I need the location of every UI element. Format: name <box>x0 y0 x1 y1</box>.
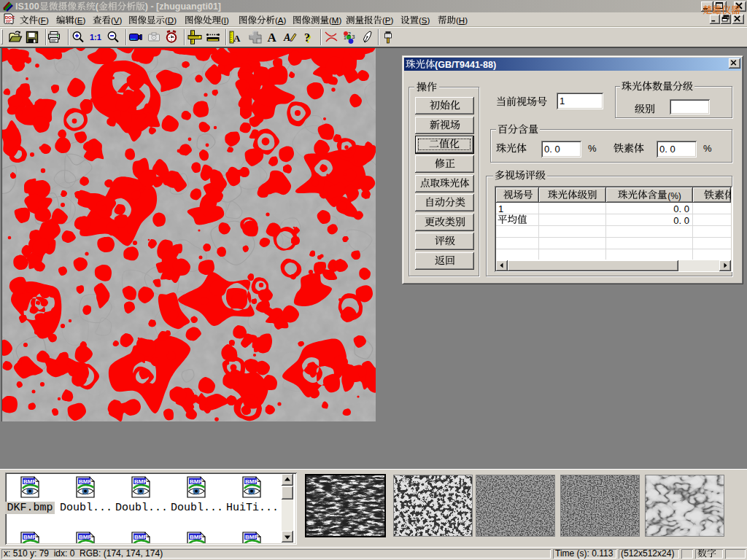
svg-text:A: A <box>268 31 277 44</box>
svg-text:2: 2 <box>348 31 351 36</box>
svg-text:1:1: 1:1 <box>90 33 101 42</box>
svg-text:DOC: DOC <box>5 15 15 20</box>
svg-text:A: A <box>233 33 241 44</box>
svg-text:3: 3 <box>352 34 355 39</box>
svg-text:1: 1 <box>344 35 347 40</box>
svg-text:?: ? <box>304 31 310 44</box>
svg-text:A: A <box>283 32 290 43</box>
